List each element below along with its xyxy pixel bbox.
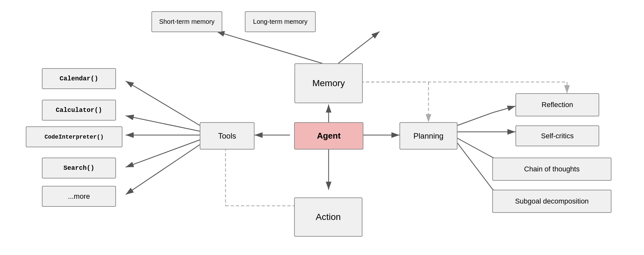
- agent-box: Agent: [294, 122, 363, 150]
- code-interpreter-box: CodeInterpreter(): [26, 126, 122, 147]
- svg-line-11: [126, 140, 200, 167]
- svg-line-12: [126, 145, 200, 195]
- reflection-box: Reflection: [515, 93, 599, 116]
- self-critics-box: Self-critics: [515, 125, 599, 146]
- calendar-box: Calendar(): [42, 68, 116, 89]
- chain-of-thoughts-box: Chain of thoughts: [492, 158, 611, 181]
- action-box: Action: [294, 197, 362, 237]
- search-box: Search(): [42, 158, 116, 178]
- diagram-container: Short-term memory Long-term memory Memor…: [0, 0, 644, 255]
- long-term-memory-box: Long-term memory: [245, 11, 316, 32]
- subgoal-decomposition-box: Subgoal decomposition: [492, 190, 611, 213]
- svg-line-3: [338, 32, 380, 63]
- svg-line-2: [216, 32, 322, 63]
- svg-line-16: [457, 138, 493, 158]
- planning-box: Planning: [399, 122, 457, 150]
- calculator-box: Calculator(): [42, 100, 116, 121]
- svg-line-14: [493, 106, 515, 113]
- svg-line-13: [457, 113, 493, 125]
- tools-box: Tools: [200, 122, 255, 150]
- more-box: ...more: [42, 186, 116, 207]
- svg-line-18: [457, 143, 493, 190]
- svg-line-9: [126, 116, 200, 131]
- short-term-memory-box: Short-term memory: [151, 11, 222, 32]
- memory-box: Memory: [294, 63, 363, 103]
- svg-line-8: [126, 81, 200, 125]
